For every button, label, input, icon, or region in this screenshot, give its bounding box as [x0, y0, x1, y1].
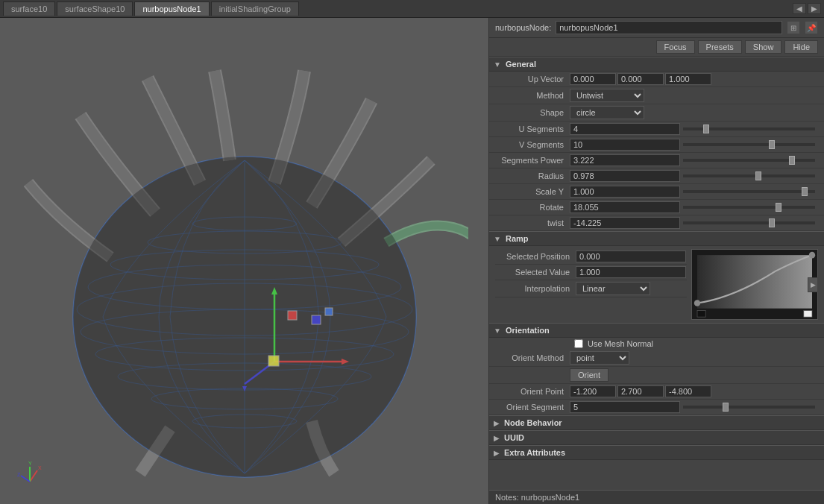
orient-button[interactable]: Orient: [570, 368, 608, 382]
orientation-arrow-icon: ▼: [494, 327, 501, 334]
tab-next-arrow[interactable]: ▶: [808, 3, 821, 14]
scale-y-thumb[interactable]: [802, 187, 808, 196]
ramp-section-header[interactable]: ▼ Ramp: [489, 231, 824, 246]
notes-label: Notes:: [495, 493, 519, 502]
orient-point-z[interactable]: [665, 385, 711, 397]
segments-power-label: Segments Power: [495, 156, 570, 165]
scale-y-slider[interactable]: [683, 190, 815, 193]
v-segments-thumb[interactable]: [769, 140, 775, 149]
svg-rect-21: [312, 315, 321, 324]
orient-point-y[interactable]: [617, 385, 664, 397]
radius-slider[interactable]: [683, 174, 815, 177]
show-button[interactable]: Show: [745, 40, 782, 54]
node-name-row: nurbopusNode: ⊞ 📌: [489, 18, 824, 38]
segments-power-thumb[interactable]: [789, 156, 795, 165]
uuid-title: UUID: [504, 433, 524, 442]
orient-point-row: Orient Point: [489, 384, 824, 400]
general-arrow-icon: ▼: [494, 60, 501, 68]
rotate-row: Rotate: [489, 200, 824, 215]
tab-surfaceshape10[interactable]: surfaceShape10: [57, 1, 133, 16]
orient-point-inputs: [570, 385, 711, 397]
scale-y-row: Scale Y: [489, 184, 824, 200]
orient-segment-slider[interactable]: [683, 406, 815, 409]
u-segments-input[interactable]: [570, 123, 680, 135]
up-vector-label: Up Vector: [495, 75, 570, 84]
interpolation-select[interactable]: Linear None Smooth Spline: [576, 282, 650, 295]
uuid-section[interactable]: ▶ UUID: [489, 430, 824, 445]
hide-button[interactable]: Hide: [784, 40, 818, 54]
selected-value-label: Selected Value: [501, 268, 576, 277]
presets-button[interactable]: Presets: [698, 40, 742, 54]
up-vector-z[interactable]: [665, 73, 711, 85]
node-behavior-arrow-icon: ▶: [494, 419, 500, 427]
main-area: X Y Z nurbopusNode: ⊞ 📌 Focus Presets Sh…: [0, 18, 824, 504]
svg-rect-33: [697, 311, 705, 318]
orient-method-select[interactable]: point normal curve: [570, 351, 629, 365]
node-bookmark-icon[interactable]: ⊞: [787, 21, 800, 34]
up-vector-x[interactable]: [570, 73, 616, 85]
orient-method-label: Orient Method: [495, 353, 570, 362]
rotate-input[interactable]: [570, 201, 680, 213]
rotate-thumb[interactable]: [776, 203, 781, 212]
svg-line-25: [21, 476, 30, 482]
svg-rect-30: [697, 255, 812, 309]
scale-y-input[interactable]: [570, 186, 680, 198]
v-segments-row: V Segments: [489, 137, 824, 153]
method-label: Method: [495, 91, 570, 100]
general-section-title: General: [506, 60, 536, 69]
ramp-section-title: Ramp: [506, 234, 529, 243]
twist-slider[interactable]: [683, 221, 815, 224]
radius-thumb[interactable]: [755, 171, 761, 180]
segments-power-input[interactable]: [570, 154, 680, 166]
tab-nurbopusnode1[interactable]: nurbopusNode1: [134, 1, 209, 16]
svg-point-32: [809, 252, 815, 259]
svg-point-31: [694, 300, 700, 306]
orientation-section-header[interactable]: ▼ Orientation: [489, 323, 824, 338]
tab-scroll-arrows: ◀ ▶: [793, 3, 824, 14]
rotate-label: Rotate: [495, 203, 570, 212]
ramp-props: Selected Position Selected Value Interpo…: [495, 249, 687, 320]
rotate-slider[interactable]: [683, 206, 815, 209]
orient-segment-input[interactable]: [570, 401, 680, 413]
use-mesh-normal-checkbox[interactable]: [574, 339, 583, 348]
selected-value-input[interactable]: [576, 266, 686, 278]
focus-button[interactable]: Focus: [656, 40, 695, 54]
tab-initialshadinggroup[interactable]: initialShadingGroup: [211, 1, 299, 16]
twist-input[interactable]: [570, 217, 680, 229]
viewport[interactable]: X Y Z: [0, 18, 488, 504]
u-segments-slider[interactable]: [683, 127, 815, 130]
twist-row: twist: [489, 215, 824, 231]
v-segments-slider[interactable]: [683, 143, 815, 146]
ramp-widget[interactable]: ▶: [691, 249, 818, 320]
mesh-container: [0, 18, 488, 504]
shape-select[interactable]: circle square custom: [570, 106, 644, 119]
orient-point-label: Orient Point: [495, 387, 570, 396]
extra-attributes-section[interactable]: ▶ Extra Attributes: [489, 445, 824, 460]
right-panel: nurbopusNode: ⊞ 📌 Focus Presets Show Hid…: [488, 18, 824, 504]
u-segments-thumb[interactable]: [703, 125, 709, 133]
up-vector-row: Up Vector: [489, 72, 824, 87]
panel-scroll[interactable]: ▼ General Up Vector Method Untwist Frene…: [489, 57, 824, 490]
node-name-input[interactable]: [556, 21, 782, 34]
svg-text:Y: Y: [28, 461, 32, 466]
tab-prev-arrow[interactable]: ◀: [793, 3, 806, 14]
orient-segment-thumb[interactable]: [723, 403, 729, 412]
method-select[interactable]: Untwist Frenet Fixed: [570, 89, 644, 102]
orient-point-x[interactable]: [570, 385, 616, 397]
ramp-expand-button[interactable]: ▶: [808, 277, 818, 292]
radius-input[interactable]: [570, 170, 680, 182]
use-mesh-normal-label: Use Mesh Normal: [588, 339, 653, 348]
node-behavior-section[interactable]: ▶ Node Behavior: [489, 415, 824, 430]
tab-surface10[interactable]: surface10: [3, 1, 55, 16]
v-segments-input[interactable]: [570, 139, 680, 151]
use-mesh-normal-row: Use Mesh Normal: [489, 338, 824, 350]
segments-power-slider[interactable]: [683, 159, 815, 162]
svg-rect-34: [804, 311, 812, 318]
selected-position-input[interactable]: [576, 251, 686, 262]
up-vector-y[interactable]: [617, 73, 664, 85]
general-section-header[interactable]: ▼ General: [489, 57, 824, 72]
node-pin-icon[interactable]: 📌: [805, 21, 818, 34]
twist-label: twist: [495, 218, 570, 227]
orient-method-row: Orient Method point normal curve: [489, 350, 824, 367]
twist-thumb[interactable]: [769, 218, 775, 227]
